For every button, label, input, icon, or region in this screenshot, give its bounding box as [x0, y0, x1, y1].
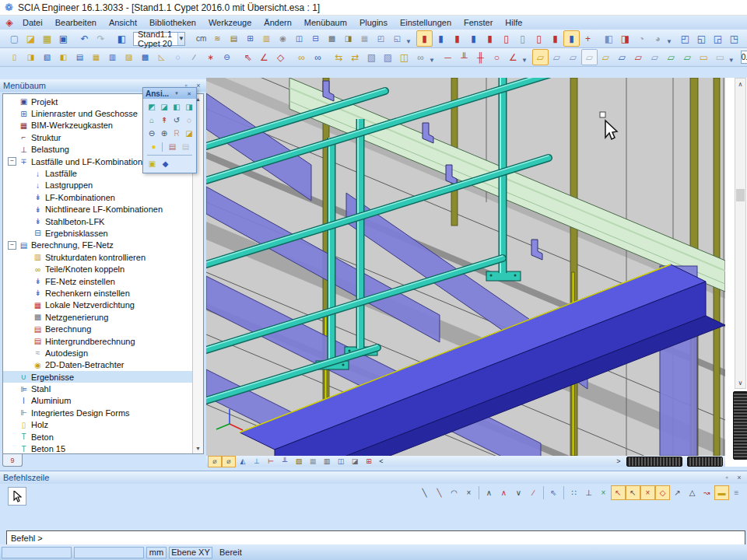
document-icon[interactable]: ◰ [373, 30, 389, 47]
label-off-icon[interactable]: ▱ [581, 49, 598, 65]
scroll-down-icon[interactable]: ∨ [735, 377, 745, 388]
calculator-icon[interactable]: ▦ [356, 30, 373, 47]
tree-item-design-forms[interactable]: ⊩ Integriertes Design Forms [3, 407, 193, 418]
ortho-icon[interactable]: ⊥ [581, 485, 596, 500]
tree-expand-box[interactable] [22, 289, 30, 297]
mesh-ball-icon[interactable]: ◉ [275, 30, 291, 47]
dim-circle-icon[interactable]: ○ [489, 49, 505, 65]
workplane-icon[interactable]: ⊖ [219, 49, 235, 65]
results-settings-icon[interactable]: ◪ [348, 456, 362, 467]
rotate-view-icon[interactable]: ↺ [170, 114, 183, 127]
export-view-icon[interactable]: ◨ [617, 30, 633, 47]
ucs-move-icon[interactable]: ◫ [396, 49, 412, 65]
activity-restore-icon[interactable]: ▮ [547, 30, 563, 47]
view-toolbar-header[interactable]: Ansi... ▼ × [143, 88, 196, 99]
numbering-icon[interactable]: ▥ [320, 456, 334, 467]
label-load-red-icon[interactable]: ▱ [630, 49, 647, 65]
tangent-snap-icon[interactable]: ↗ [670, 485, 685, 500]
view-x-icon[interactable]: ◩ [146, 100, 158, 114]
tree-item-ergebnisse[interactable]: ∪ Ergebnisse [3, 371, 193, 383]
menu-item[interactable]: Menübaum [298, 16, 353, 29]
open-project-icon[interactable]: ◪ [23, 30, 39, 47]
select-line-icon[interactable]: ∕ [186, 49, 202, 65]
save-view-icon[interactable]: ◧ [601, 30, 617, 47]
activity-by-layer-icon[interactable]: ▮ [416, 30, 433, 47]
chevron-down-icon[interactable]: ▼ [177, 33, 184, 45]
tree-expand-box[interactable] [22, 170, 30, 178]
view-perspective-icon[interactable]: ⌂ [146, 114, 158, 127]
walk-mode-icon[interactable]: ↟ [158, 114, 170, 127]
move-node-icon[interactable]: ⇆ [331, 49, 347, 65]
tree-expand-box[interactable] [8, 373, 16, 381]
tree-item-holz[interactable]: ▯ Holz [3, 419, 193, 431]
toolbar-overflow-icon[interactable]: ▼ [666, 31, 672, 47]
tree-item-berechnung[interactable]: ▤ Berechnung [3, 323, 193, 334]
activity-current-icon[interactable]: ▮ [433, 30, 449, 47]
view-y-icon[interactable]: ◪ [158, 100, 170, 114]
menu-item[interactable]: Ansicht [103, 16, 143, 29]
tree-expand-box[interactable] [22, 361, 30, 369]
menu-item[interactable]: Ändern [258, 16, 297, 29]
tree-item-beton-15[interactable]: T Beton 15 [3, 443, 193, 454]
label-node-icon[interactable]: ▱ [549, 49, 565, 65]
toolbar-overflow-icon[interactable]: ▼ [728, 50, 735, 65]
tree-item-ergebnisklassen[interactable]: ⊟ Ergebnisklassen [3, 227, 193, 239]
draw-arc-icon[interactable]: ◠ [447, 485, 461, 500]
app-menu-icon[interactable]: ◈ [2, 17, 16, 28]
unselect-all-icon[interactable]: ▩ [137, 49, 153, 65]
deselect-icon[interactable]: ◧ [55, 49, 72, 65]
cursor-snap-icon[interactable]: ⇖ [546, 485, 561, 500]
select-cut-icon[interactable]: ◺ [153, 49, 170, 65]
dot-grid-icon[interactable]: ▬ [714, 485, 729, 500]
zoom-restore-icon[interactable]: R [170, 127, 183, 140]
clipping-box-icon[interactable]: ▣ [146, 157, 159, 170]
structure-3d-scene[interactable] [206, 78, 725, 456]
dim-line-icon[interactable]: ─ [440, 49, 456, 65]
docked-bar-handle[interactable] [687, 457, 723, 467]
menu-item[interactable]: Einstellungen [394, 16, 458, 29]
load-display-icon[interactable]: ⊥ [250, 456, 264, 467]
perpendicular-snap-icon[interactable]: ↝ [700, 485, 714, 500]
support-display-icon[interactable]: ╨ [278, 456, 292, 467]
status-empty-2[interactable] [74, 547, 144, 558]
tree-expand-box[interactable] [22, 301, 30, 310]
tree-expand-box[interactable] [8, 145, 16, 154]
undo-icon[interactable]: ↶ [76, 30, 93, 47]
tree-expand-box[interactable]: − [8, 157, 16, 166]
dim-perpendicular-icon[interactable]: ╨ [456, 49, 472, 65]
close-icon[interactable]: × [735, 474, 744, 481]
window-cascade-icon[interactable]: ◰ [677, 30, 693, 47]
select-previous-icon[interactable]: ▥ [104, 49, 121, 65]
tree-item-lf-kombinationen[interactable]: ↡ LF-Kombinationen [3, 191, 193, 203]
table-display-icon[interactable]: ⊞ [362, 456, 376, 467]
project-dropdown[interactable]: Stand1.1 Cypet 20 ▼ [133, 32, 185, 46]
axes-display-icon[interactable]: ◭ [236, 456, 250, 467]
menu-item[interactable]: Datei [16, 16, 49, 29]
material-library-icon[interactable]: ▤ [226, 30, 242, 47]
menu-item[interactable]: Plugins [353, 16, 394, 29]
vertical-scrollbar[interactable]: ∧ ∨ [735, 78, 746, 389]
tree-item-netzgenerierung[interactable]: ▩ Netzgenerierung [3, 311, 193, 323]
menu-item[interactable]: Bearbeiten [49, 16, 103, 29]
tree-item-berechnung-fenetz[interactable]: − ▤ Berechnung, FE-Netz [3, 240, 193, 251]
tree-item-2d-daten[interactable]: ◉ 2D-Daten-Betrachter [3, 359, 193, 371]
label-green-a-icon[interactable]: ▱ [663, 49, 679, 65]
label-beam-icon[interactable]: ▱ [565, 49, 581, 65]
orthogonal-snap-icon[interactable]: ◇ [655, 485, 670, 500]
endpoint-snap-icon[interactable]: ↖ [611, 485, 626, 500]
activity-all-icon[interactable]: ▮ [482, 30, 498, 47]
tree-expand-box[interactable] [22, 337, 30, 345]
erase-icon[interactable]: × [461, 485, 476, 500]
scroll-left-icon[interactable]: < [376, 457, 387, 467]
measure-angle-icon[interactable]: ∠ [256, 49, 272, 65]
tree-expand-box[interactable] [8, 421, 16, 429]
view-manager-icon[interactable]: ◪ [183, 127, 195, 140]
activity-update-icon[interactable]: ▮ [563, 30, 580, 47]
line-grid-icon[interactable]: ≡ [729, 485, 744, 500]
toolbar-overflow-icon[interactable]: ▼ [405, 31, 412, 47]
docked-bar-handle[interactable] [733, 391, 747, 460]
new-project-icon[interactable]: ▢ [6, 30, 23, 47]
paperspace-gallery-icon[interactable]: ⊟ [307, 30, 324, 47]
tree-item-stahl[interactable]: ⊫ Stahl [3, 383, 193, 394]
tree-item-stahlbeton-lfk[interactable]: ↡ Stahlbeton-LFK [3, 215, 193, 227]
